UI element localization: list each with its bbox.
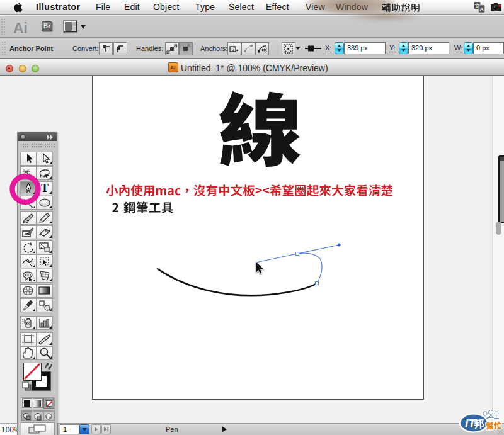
svg-text:T: T	[41, 182, 49, 195]
